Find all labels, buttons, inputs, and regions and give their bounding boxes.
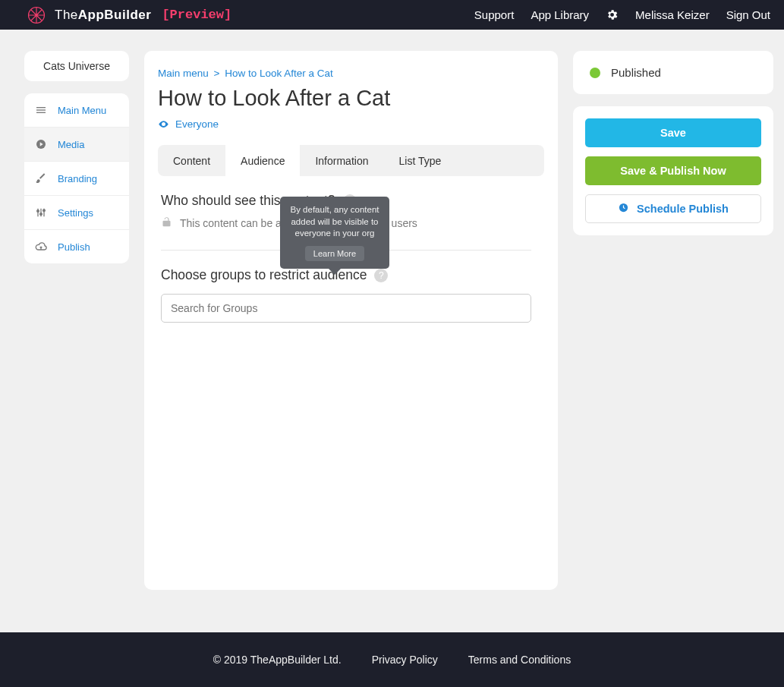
svg-rect-2 [36,109,46,110]
sidenav-label: Branding [58,173,97,184]
clock-icon [618,202,629,216]
sliders-icon [35,206,47,219]
logo-icon [26,5,47,26]
lock-open-icon [161,216,172,230]
play-icon [35,138,47,150]
eye-icon [158,118,169,130]
footer: © 2019 TheAppBuilder Ltd. Privacy Policy… [0,632,784,687]
brand-preview-tag: [Preview] [162,8,231,22]
tooltip-text: By default, any content added will be vi… [286,204,383,240]
side-nav: Main Menu Media Branding Settings Publis… [24,93,129,263]
tooltip: By default, any content added will be vi… [280,197,389,269]
tab-audience[interactable]: Audience [225,145,300,176]
page-title: How to Look After a Cat [158,86,544,111]
sidenav-item-media[interactable]: Media [24,128,129,162]
crumb-current[interactable]: How to Look After a Cat [225,68,333,79]
brand[interactable]: TheAppBuilder [Preview] [26,5,231,26]
visibility-label: Everyone [175,118,219,130]
nav-user[interactable]: Melissa Keizer [635,8,710,21]
footer-privacy[interactable]: Privacy Policy [372,654,438,666]
svg-rect-1 [36,107,46,108]
visibility-row[interactable]: Everyone [158,118,544,130]
svg-point-7 [43,210,46,212]
status-card: Published [573,51,773,94]
crumb-root[interactable]: Main menu [158,68,209,79]
app-name-chip[interactable]: Cats Universe [24,51,129,81]
crumb-sep: > [214,68,220,79]
svg-point-5 [37,210,39,213]
footer-copyright: © 2019 TheAppBuilder Ltd. [213,654,342,666]
sidenav-label: Main Menu [58,105,106,116]
nav-links: Support App Library Melissa Keizer Sign … [474,8,770,21]
breadcrumb: Main menu > How to Look After a Cat [158,68,544,79]
sidenav-item-publish[interactable]: Publish [24,230,129,263]
tab-listtype[interactable]: List Type [383,145,456,176]
schedule-label: Schedule Publish [637,203,729,215]
nav-support[interactable]: Support [474,8,515,21]
nav-library[interactable]: App Library [531,8,589,21]
footer-terms[interactable]: Terms and Conditions [468,654,571,666]
top-nav: TheAppBuilder [Preview] Support App Libr… [0,0,784,30]
sidenav-label: Settings [58,207,93,219]
help-icon[interactable]: ? [374,269,388,282]
sidenav-item-main[interactable]: Main Menu [24,93,129,128]
save-publish-button[interactable]: Save & Publish Now [585,156,761,185]
sidenav-label: Publish [58,241,90,253]
menu-icon [35,104,47,116]
schedule-button[interactable]: Schedule Publish [585,194,761,223]
status-label: Published [611,66,661,79]
groups-search-input[interactable] [161,294,531,323]
nav-signout[interactable]: Sign Out [726,8,770,21]
learn-more-button[interactable]: Learn More [305,246,364,262]
tabs: Content Audience Information List Type [158,145,544,176]
sidenav-item-branding[interactable]: Branding [24,162,129,196]
brush-icon [35,172,47,184]
brand-name: TheAppBuilder [55,8,151,23]
sidenav-item-settings[interactable]: Settings [24,196,129,230]
svg-point-6 [40,213,43,216]
save-button[interactable]: Save [585,118,761,147]
tab-information[interactable]: Information [300,145,383,176]
status-dot-icon [590,68,600,78]
sidenav-label: Media [58,139,84,150]
cloud-icon [35,241,47,253]
gear-icon[interactable] [606,8,619,21]
svg-rect-3 [36,112,46,113]
content-card: Main menu > How to Look After a Cat How … [144,51,558,590]
actions-card: Save Save & Publish Now Schedule Publish [573,106,773,235]
tab-content[interactable]: Content [158,145,225,176]
